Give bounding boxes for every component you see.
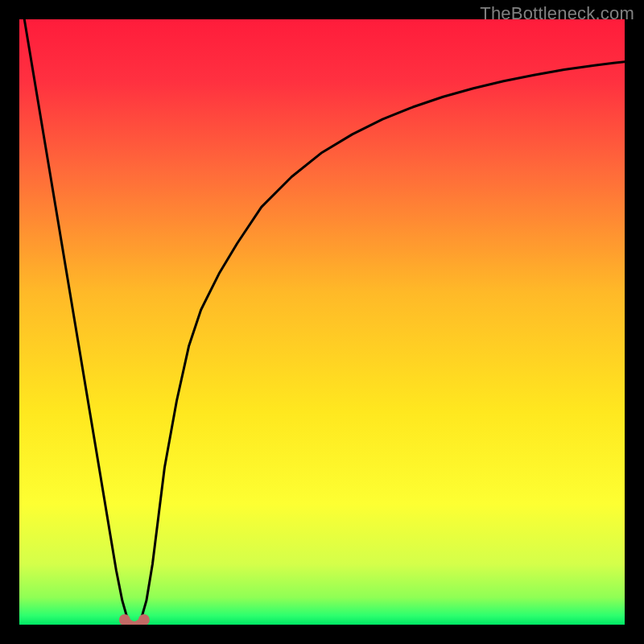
bottleneck-chart bbox=[19, 19, 625, 625]
plot-area bbox=[19, 19, 625, 625]
watermark-text: TheBottleneck.com bbox=[480, 3, 634, 24]
chart-frame: TheBottleneck.com bbox=[0, 0, 644, 644]
